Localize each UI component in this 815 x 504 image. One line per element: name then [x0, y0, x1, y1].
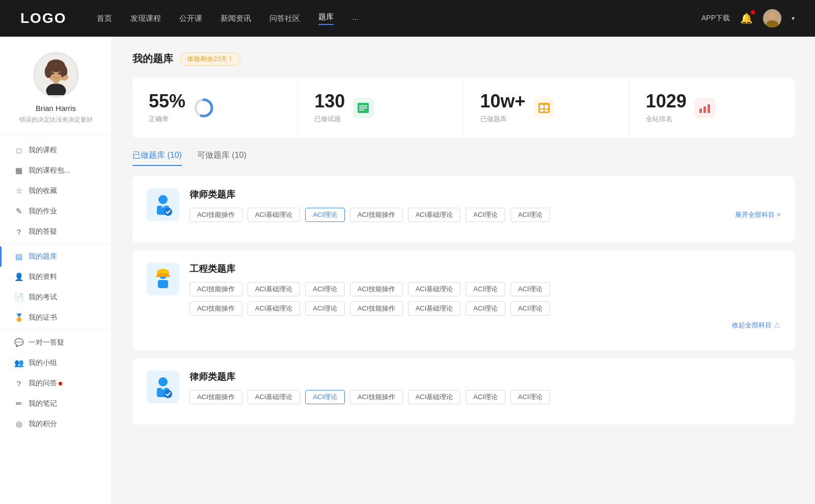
tag-2-3[interactable]: ACI技能操作	[350, 282, 403, 296]
nav-discover[interactable]: 发现课程	[130, 14, 161, 23]
qbank-title-2: 工程类题库	[189, 263, 780, 275]
page-header: 我的题库 体验剩余23天！	[132, 52, 795, 66]
logo[interactable]: LOGO	[20, 10, 66, 26]
stat-correct-icon	[194, 98, 214, 118]
tag-1-4[interactable]: ACI基础理论	[408, 208, 461, 222]
tag-3-3[interactable]: ACI技能操作	[350, 390, 403, 404]
qbank-icon-lawyer-2	[147, 371, 179, 403]
tag-2b-5[interactable]: ACI理论	[466, 301, 505, 316]
homework-icon: ✎	[14, 207, 23, 216]
tag-2b-0[interactable]: ACI技能操作	[189, 301, 242, 316]
tag-2b-6[interactable]: ACI理论	[510, 301, 550, 316]
tag-1-1[interactable]: ACI基础理论	[248, 208, 301, 222]
sidebar-item-favorites[interactable]: ☆ 我的收藏	[0, 181, 112, 201]
sidebar-item-mypoints[interactable]: ◎ 我的积分	[0, 414, 112, 434]
tag-3-1[interactable]: ACI基础理论	[248, 390, 301, 404]
sidebar-item-myqbank[interactable]: ▤ 我的题库	[0, 246, 112, 267]
profile-motto: 错误的决定比没有决定要好	[19, 116, 93, 124]
notification-bell[interactable]: 🔔	[740, 12, 753, 24]
stat-banks-icon	[534, 98, 554, 118]
tag-1-0[interactable]: ACI技能操作	[189, 208, 242, 222]
tag-1-5[interactable]: ACI理论	[466, 208, 505, 222]
nav-news[interactable]: 新闻资讯	[221, 14, 251, 23]
user-menu-chevron[interactable]: ▾	[792, 15, 795, 22]
tags-row-3: ACI技能操作 ACI基础理论 ACI理论 ACI技能操作 ACI基础理论 AC…	[189, 390, 780, 404]
sidebar-item-1on1[interactable]: 💬 一对一答疑	[0, 332, 112, 353]
profile-name: Brian Harris	[36, 104, 76, 113]
tag-3-5[interactable]: ACI理论	[466, 390, 505, 404]
nav-more[interactable]: ···	[352, 14, 359, 23]
sidebar-item-mynotes[interactable]: ✏ 我的笔记	[0, 394, 112, 414]
sidebar-item-myquestion[interactable]: ? 我的问答	[0, 373, 112, 394]
svg-point-8	[44, 65, 51, 78]
tag-2b-3[interactable]: ACI技能操作	[350, 301, 403, 316]
collapse-link[interactable]: 收起全部科目 △	[189, 321, 780, 330]
user-avatar[interactable]	[763, 9, 781, 27]
stat-rank-icon	[695, 98, 715, 118]
tag-2-6[interactable]: ACI理论	[510, 282, 550, 296]
stat-done-banks: 10w+ 已做题库	[464, 78, 630, 138]
svg-rect-21	[545, 105, 548, 108]
tag-3-4[interactable]: ACI基础理论	[408, 390, 461, 404]
sidebar-item-mycert[interactable]: 🏅 我的证书	[0, 307, 112, 328]
notification-badge	[751, 10, 755, 14]
mycourse-icon: □	[14, 146, 23, 155]
stat-done-questions: 130 已做试题	[298, 78, 464, 138]
tag-1-2[interactable]: ACI理论	[305, 208, 345, 222]
tag-2-5[interactable]: ACI理论	[466, 282, 505, 296]
svg-rect-22	[540, 109, 544, 111]
nav-home[interactable]: 首页	[97, 14, 112, 23]
sidebar-item-coursepack[interactable]: ▦ 我的课程包...	[0, 160, 112, 181]
sidebar-item-mycourse[interactable]: □ 我的课程	[0, 140, 112, 160]
tag-2b-4[interactable]: ACI基础理论	[408, 301, 461, 316]
sidebar-item-myqa[interactable]: ? 我的答疑	[0, 221, 112, 242]
stat-banks-value: 10w+	[480, 92, 526, 110]
stat-banks-label: 已做题库	[480, 115, 526, 124]
mycert-icon: 🏅	[14, 313, 23, 322]
myqbank-icon: ▤	[14, 252, 23, 261]
svg-point-1	[769, 12, 776, 20]
trial-badge: 体验剩余23天！	[180, 52, 240, 66]
sidebar-item-mydata[interactable]: 👤 我的资料	[0, 267, 112, 287]
tag-2-4[interactable]: ACI基础理论	[408, 282, 461, 296]
sidebar-item-myexam[interactable]: 📄 我的考试	[0, 287, 112, 307]
nav-opencourse[interactable]: 公开课	[179, 14, 202, 23]
tag-2b-2[interactable]: ACI理论	[305, 301, 345, 316]
tag-2-2[interactable]: ACI理论	[305, 282, 345, 296]
svg-rect-25	[703, 106, 706, 113]
stat-rank-label: 全站排名	[646, 115, 687, 124]
tag-2-1[interactable]: ACI基础理论	[248, 282, 301, 296]
tags-row-2b: ACI技能操作 ACI基础理论 ACI理论 ACI技能操作 ACI基础理论 AC…	[189, 301, 780, 316]
tab-done[interactable]: 已做题库 (10)	[132, 150, 182, 166]
sidebar-item-homework[interactable]: ✎ 我的作业	[0, 201, 112, 221]
app-download-link[interactable]: APP下载	[701, 14, 730, 23]
stat-done-value: 130	[314, 92, 345, 110]
svg-rect-26	[708, 104, 710, 113]
1on1-icon: 💬	[14, 338, 23, 347]
svg-rect-34	[156, 275, 170, 277]
tag-2b-1[interactable]: ACI基础理论	[248, 301, 301, 316]
nav-qbank[interactable]: 题库	[318, 12, 334, 25]
sidebar-divider-2	[0, 330, 112, 330]
stats-row: 55% 正确率 130 已做试题	[132, 78, 795, 138]
tag-3-2[interactable]: ACI理论	[305, 390, 345, 404]
tag-1-3[interactable]: ACI技能操作	[350, 208, 403, 222]
sidebar-item-mygroup[interactable]: 👥 我的小组	[0, 353, 112, 373]
page-title: 我的题库	[132, 52, 173, 66]
main-layout: Brian Harris 错误的决定比没有决定要好 □ 我的课程 ▦ 我的课程包…	[0, 37, 815, 504]
nav-qa[interactable]: 问答社区	[269, 14, 300, 23]
tag-1-6[interactable]: ACI理论	[510, 208, 550, 222]
qbank-card-lawyer-1: 律师类题库 ACI技能操作 ACI基础理论 ACI理论 ACI技能操作 ACI基…	[132, 176, 795, 242]
qbank-title-1: 律师类题库	[189, 188, 780, 201]
tag-2-0[interactable]: ACI技能操作	[189, 282, 242, 296]
tag-3-0[interactable]: ACI技能操作	[189, 390, 242, 404]
stat-done-label: 已做试题	[314, 115, 345, 124]
stat-correct-value: 55%	[149, 92, 185, 110]
expand-link-1[interactable]: 展开全部科目 >	[735, 210, 780, 219]
myexam-icon: 📄	[14, 293, 23, 302]
tag-3-6[interactable]: ACI理论	[510, 390, 550, 404]
stat-correct-label: 正确率	[149, 115, 185, 124]
qbank-card-header-3: 律师类题库 ACI技能操作 ACI基础理论 ACI理论 ACI技能操作 ACI基…	[147, 371, 780, 404]
tab-available[interactable]: 可做题库 (10)	[197, 150, 247, 166]
svg-rect-24	[699, 108, 702, 113]
